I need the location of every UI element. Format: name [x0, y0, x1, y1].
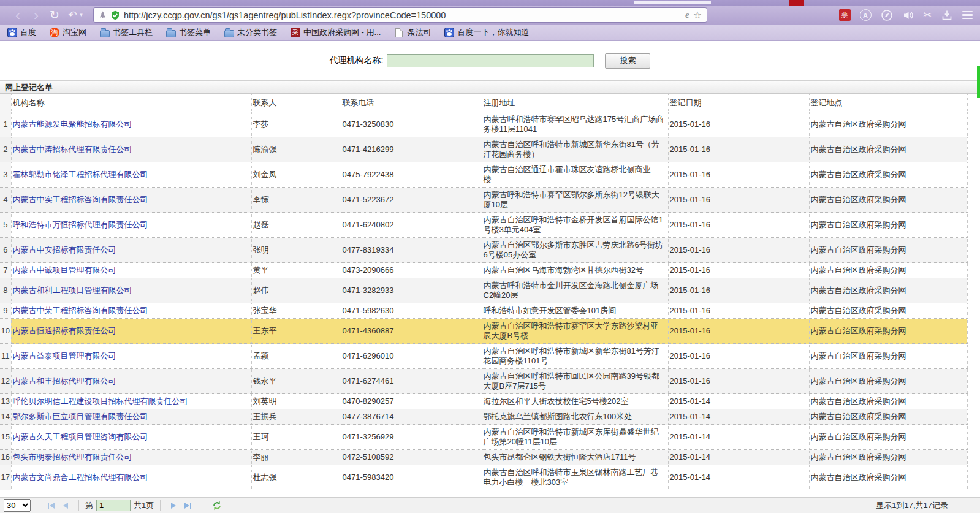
bookmark-item[interactable]: 书签工具栏 — [100, 27, 153, 38]
table-row[interactable]: 10内蒙古恒通招标有限责任公司王东平0471-4360887内蒙古自治区呼和浩特… — [0, 319, 967, 344]
prev-page-button[interactable] — [63, 503, 68, 509]
agency-name-cell[interactable]: 呼伦贝尔明信工程建设项目招标代理有限责任公司 — [11, 394, 251, 409]
bookmark-item[interactable]: 书签菜单 — [166, 27, 211, 38]
search-button[interactable]: 搜索 — [605, 53, 650, 69]
agency-name-cell[interactable]: 内蒙古中涛招标代理有限责任公司 — [11, 137, 251, 162]
contact-cell: 陈渝强 — [251, 137, 341, 162]
table-row[interactable]: 3霍林郭勒市铭泽工程招标代理有限公司刘金凤0475-7922438内蒙古自治区通… — [0, 162, 967, 188]
bookmark-item[interactable]: 条法司 — [394, 27, 431, 38]
table-row[interactable]: 13呼伦贝尔明信工程建设项目招标代理有限责任公司刘英明0470-8290257海… — [0, 394, 967, 409]
agency-name-cell[interactable]: 内蒙古能源发电聚能招标有限公司 — [11, 112, 251, 137]
agency-name-cell[interactable]: 内蒙古文尚鼎合工程招标代理有限公司 — [11, 465, 251, 490]
page-number-input[interactable] — [96, 500, 131, 511]
agency-name-link[interactable]: 内蒙古益泰项目管理有限公司 — [13, 351, 116, 360]
bookmark-item[interactable]: 未分类书签 — [224, 27, 277, 38]
contact-cell: 刘英明 — [251, 394, 341, 409]
table-row[interactable]: 9内蒙古中荣工程招标咨询有限责任公司张宝华0471-5982630呼和浩特市如意… — [0, 303, 967, 319]
table-row[interactable]: 4内蒙古中实工程招标咨询有限责任公司李悰0471-5223672内蒙古呼和浩特市… — [0, 188, 967, 213]
table-row[interactable]: 16包头市明泰招标代理有限责任公司李丽0472-5108592包头市昆都仑区钢铁… — [0, 450, 967, 465]
row-number-cell: 8 — [0, 278, 11, 303]
table-row[interactable]: 7内蒙古中诚项目管理有限公司黄平0473-2090666内蒙古自治区乌海市海勃湾… — [0, 263, 967, 278]
agency-name-cell[interactable]: 内蒙古中实工程招标咨询有限责任公司 — [11, 188, 251, 213]
forward-icon[interactable]: › — [27, 9, 45, 22]
scroll-indicator[interactable] — [977, 66, 980, 98]
bookmark-item[interactable]: 淘淘宝网 — [50, 27, 86, 38]
table-row[interactable]: 2内蒙古中涛招标代理有限责任公司陈渝强0471-4216299内蒙古自治区呼和浩… — [0, 137, 967, 162]
last-page-button[interactable] — [184, 503, 191, 509]
agency-name-link[interactable]: 鄂尔多斯市巨立项目管理有限责任公司 — [13, 412, 148, 421]
divider — [37, 500, 37, 511]
speaker-icon[interactable] — [902, 9, 914, 21]
back-icon[interactable]: ‹ — [9, 9, 27, 22]
registration-table: 机构名称联系人联系电话注册地址登记日期登记地点 1内蒙古能源发电聚能招标有限公司… — [0, 94, 968, 490]
agency-name-link[interactable]: 内蒙古文尚鼎合工程招标代理有限公司 — [13, 473, 148, 482]
reload-icon[interactable]: ↻ — [45, 9, 64, 22]
table-row[interactable]: 1内蒙古能源发电聚能招标有限公司李莎0471-3250830内蒙古呼和浩特市赛罕… — [0, 112, 967, 137]
scissors-icon[interactable]: ✂ — [924, 9, 932, 21]
table-row[interactable]: 12内蒙古和丰招标代理有限公司钱永平0471-6274461内蒙古自治区呼和浩特… — [0, 369, 967, 394]
agency-name-link[interactable]: 内蒙古中安招标有限责任公司 — [13, 245, 116, 254]
undo-icon[interactable]: ↶ ▾ — [64, 8, 87, 22]
agency-name-input[interactable] — [387, 54, 594, 67]
agency-name-link[interactable]: 内蒙古中实工程招标咨询有限责任公司 — [13, 195, 148, 204]
bookmark-star-icon[interactable]: ☆ — [693, 9, 702, 21]
agency-name-cell[interactable]: 霍林郭勒市铭泽工程招标代理有限公司 — [11, 162, 251, 188]
page-size-select[interactable]: 30 — [4, 499, 31, 512]
agency-name-cell[interactable]: 内蒙古益泰项目管理有限公司 — [11, 344, 251, 369]
register-site-cell: 内蒙古自治区政府采购分网 — [809, 319, 967, 344]
first-page-button[interactable] — [48, 503, 55, 509]
row-number-cell: 15 — [0, 425, 11, 450]
compass-icon[interactable] — [881, 9, 893, 21]
agency-name-link[interactable]: 呼和浩特市万恒招标代理有限责任公司 — [13, 220, 148, 229]
download-icon[interactable] — [941, 9, 953, 21]
agency-name-cell[interactable]: 内蒙古中荣工程招标咨询有限责任公司 — [11, 303, 251, 319]
address-cell: 内蒙古自治区呼和浩特市回民区公园南路39号银都大厦B座7层715号 — [482, 369, 668, 394]
agency-name-link[interactable]: 内蒙古能源发电聚能招标有限公司 — [13, 120, 132, 129]
address-cell: 内蒙古自治区呼和浩特市赛罕区大学东路沙梁村亚辰大厦B号楼 — [482, 319, 668, 344]
bookmark-item[interactable]: 百度 — [7, 27, 36, 38]
ticket-icon[interactable]: 票 — [839, 9, 851, 21]
address-cell: 内蒙古自治区呼和浩特市金桥开发区首府国际公馆1号楼3单元404室 — [482, 213, 668, 238]
url-bar[interactable]: http://jczy.ccgp.gov.cn/gs1/gs1agentreg/… — [93, 7, 707, 23]
table-row[interactable]: 5呼和浩特市万恒招标代理有限责任公司赵磊0471-6240802内蒙古自治区呼和… — [0, 213, 967, 238]
date-cell: 2015-01-16 — [668, 278, 809, 303]
url-text: http://jczy.ccgp.gov.cn/gs1/gs1agentreg/… — [124, 10, 446, 20]
table-row[interactable]: 14鄂尔多斯市巨立项目管理有限责任公司王振兵0477-3876714鄂托克旗乌兰… — [0, 409, 967, 425]
agency-name-link[interactable]: 内蒙古中诚项目管理有限公司 — [13, 265, 116, 275]
phone-cell: 0471-4216299 — [341, 137, 482, 162]
agency-name-link[interactable]: 霍林郭勒市铭泽工程招标代理有限公司 — [13, 170, 148, 179]
menu-icon[interactable] — [962, 11, 973, 20]
circled-a-icon[interactable]: A — [860, 9, 872, 21]
agency-name-link[interactable]: 包头市明泰招标代理有限责任公司 — [13, 452, 132, 462]
agency-name-cell[interactable]: 内蒙古和利工程项目管理有限公司 — [11, 278, 251, 303]
table-row[interactable]: 15内蒙古久天工程项目管理咨询有限公司王珂0471-3256929内蒙古自治区呼… — [0, 425, 967, 450]
ie-compat-icon[interactable]: e — [685, 10, 689, 20]
agency-name-link[interactable]: 内蒙古中涛招标代理有限责任公司 — [13, 145, 132, 154]
agency-name-link[interactable]: 内蒙古久天工程项目管理咨询有限公司 — [13, 432, 148, 441]
agency-name-cell[interactable]: 内蒙古和丰招标代理有限公司 — [11, 369, 251, 394]
table-row[interactable]: 8内蒙古和利工程项目管理有限公司赵伟0471-3282933内蒙古呼和浩特市金川… — [0, 278, 967, 303]
agency-name-link[interactable]: 内蒙古和丰招标代理有限公司 — [13, 376, 116, 386]
contact-cell: 王东平 — [251, 319, 341, 344]
agency-name-cell[interactable]: 呼和浩特市万恒招标代理有限责任公司 — [11, 213, 251, 238]
agency-name-link[interactable]: 内蒙古中荣工程招标咨询有限责任公司 — [13, 306, 148, 315]
date-cell: 2015-01-16 — [668, 213, 809, 238]
table-row[interactable]: 11内蒙古益泰项目管理有限公司孟颖0471-6296010内蒙古自治区呼和浩特市… — [0, 344, 967, 369]
bookmark-item[interactable]: 采中国政府采购网 - 用... — [291, 27, 381, 38]
agency-name-cell[interactable]: 内蒙古久天工程项目管理咨询有限公司 — [11, 425, 251, 450]
next-page-button[interactable] — [171, 503, 176, 509]
agency-name-cell[interactable]: 鄂尔多斯市巨立项目管理有限责任公司 — [11, 409, 251, 425]
bookmark-item[interactable]: 百度一下，你就知道 — [444, 27, 529, 38]
table-row[interactable]: 17内蒙古文尚鼎合工程招标代理有限公司杜志强0471-5983420内蒙古自治区… — [0, 465, 967, 490]
agency-name-link[interactable]: 内蒙古恒通招标有限责任公司 — [13, 326, 116, 335]
agency-name-cell[interactable]: 内蒙古中诚项目管理有限公司 — [11, 263, 251, 278]
refresh-grid-icon[interactable] — [212, 501, 222, 511]
page-icon — [395, 28, 403, 37]
security-shield-icon[interactable] — [110, 10, 120, 20]
agency-name-cell[interactable]: 包头市明泰招标代理有限责任公司 — [11, 450, 251, 465]
agency-name-cell[interactable]: 内蒙古中安招标有限责任公司 — [11, 238, 251, 263]
agency-name-link[interactable]: 呼伦贝尔明信工程建设项目招标代理有限责任公司 — [13, 397, 188, 406]
table-row[interactable]: 6内蒙古中安招标有限责任公司张明0477-8319334内蒙古自治区鄂尔多斯市东… — [0, 238, 967, 263]
agency-name-cell[interactable]: 内蒙古恒通招标有限责任公司 — [11, 319, 251, 344]
agency-name-link[interactable]: 内蒙古和利工程项目管理有限公司 — [13, 286, 132, 295]
